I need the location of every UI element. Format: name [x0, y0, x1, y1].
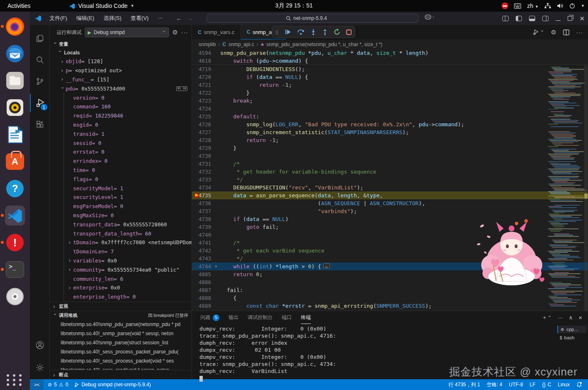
menu-view[interactable]: 查看(V) [127, 13, 152, 23]
system-menu-caret-icon[interactable]: ▼ [581, 4, 585, 8]
variable-row-tDomainLen[interactable]: tDomainLen = 7 [64, 247, 192, 256]
code-line-4733[interactable]: 4733 */ [192, 176, 588, 184]
copilot-button[interactable]: › [425, 15, 434, 20]
window-close-button[interactable]: ✕ [579, 15, 585, 22]
debug-config-dropdown[interactable]: ▶ Debug snmpd › [85, 27, 169, 37]
variable-row-transport_data_length[interactable]: transport_data_length = 60 [64, 229, 192, 238]
line-number[interactable]: 4594 [192, 50, 214, 56]
line-number[interactable]: 4724 [192, 105, 214, 112]
chevron-icon[interactable]: › [61, 59, 65, 64]
show-applications-button[interactable] [7, 374, 23, 386]
panel-tab-3[interactable]: 端口 [282, 311, 292, 324]
step-over-button[interactable] [297, 29, 305, 35]
do-not-disturb-icon[interactable] [502, 2, 508, 9]
code-line-4726[interactable]: 4726 snmp_log(LOG_ERR, "Bad PDU type rec… [192, 120, 588, 128]
code-line-4737[interactable]: 4737 "varbinds"); [192, 207, 588, 215]
variable-row-pdu[interactable]: ›pdu = 0x555555734d0001 10 [50, 84, 192, 93]
gutter[interactable] [214, 136, 220, 144]
indentation[interactable]: 空格: 4 [487, 381, 502, 388]
dock-terminal-icon[interactable]: >_ [5, 260, 25, 280]
stack-frame[interactable]: libnetsnmp.so.40!_sess_process_packet(vo… [50, 356, 192, 365]
gutter[interactable] [214, 199, 220, 207]
line-number[interactable]: 4885 [192, 271, 214, 277]
search-icon[interactable] [30, 51, 50, 69]
settings-gear-icon[interactable] [30, 358, 50, 377]
chevron-icon[interactable]: › [68, 240, 72, 245]
code-line-4729[interactable]: 4729 } [192, 144, 588, 152]
volume-icon[interactable] [557, 3, 563, 9]
gutter[interactable] [214, 57, 220, 65]
code-line-4594[interactable]: 4594snmp_pdu_parse(netsnmp_pdu *pdu, u_c… [192, 49, 588, 57]
gutter[interactable]: ▶ [214, 191, 220, 199]
gutter[interactable] [214, 207, 220, 215]
gutter[interactable]: › [214, 262, 220, 270]
code-line-4735[interactable]: 4735▶ data = asn_parse_sequence(data, le… [192, 191, 588, 199]
step-into-button[interactable] [310, 29, 316, 35]
window-restore-button[interactable] [568, 16, 572, 21]
eol-sequence[interactable]: LF [530, 382, 536, 388]
breadcrumb[interactable]: snmplib › C snmp_api.c › ◈ snmp_pdu_pars… [192, 39, 588, 49]
callstack-section-header[interactable]: › 调用堆栈 因 breakpoint 已暂停 [50, 311, 192, 320]
chevron-icon[interactable]: › [61, 68, 65, 74]
menu-edit[interactable]: 编辑(E) [73, 13, 98, 23]
code-line-4719[interactable]: 4719 DEBUGINDENTLESS(); [192, 65, 588, 73]
gutter[interactable] [214, 247, 220, 255]
code-line-4720[interactable]: 4720 if (data == NULL) { [192, 73, 588, 81]
code-line-4736[interactable]: 4736 (ASN_SEQUENCE | ASN_CONSTRUCTOR), [192, 199, 588, 207]
gutter[interactable] [214, 168, 220, 176]
variable-row-enterprise_length[interactable]: enterprise_length = 0 [64, 292, 192, 302]
code-line-4732[interactable]: 4732 * get header for variable-bindings … [192, 168, 588, 176]
line-number[interactable]: 4721 [192, 82, 214, 88]
line-number[interactable]: 4725 [192, 113, 214, 120]
close-panel-icon[interactable]: × [578, 314, 582, 321]
line-number[interactable]: 4742 [192, 248, 214, 254]
remote-indicator[interactable]: >< [30, 379, 44, 390]
line-number[interactable]: 4734 [192, 184, 214, 191]
chevron-icon[interactable]: › [61, 76, 65, 82]
code-line-4725[interactable]: 4725 default: [192, 113, 588, 120]
menu-selection[interactable]: 选择(S) [100, 13, 125, 23]
line-number[interactable]: 4887 [192, 287, 214, 293]
maximize-panel-icon[interactable]: ∧ [569, 314, 573, 321]
variable-row-variables[interactable]: ›variables = 0x0 [64, 256, 192, 265]
gutter[interactable] [214, 73, 220, 81]
line-number[interactable]: 4730 [192, 153, 214, 159]
stack-frame[interactable]: libnetsnmp.so.40!_sess_process_packet_pa… [50, 347, 192, 356]
variable-row-transport_data[interactable]: transport_data = 0x555555728060 [64, 220, 192, 229]
code-line-4722[interactable]: 4722 } [192, 89, 588, 97]
code-line-4887[interactable]: 4887 fail: [192, 286, 588, 294]
line-number[interactable]: 4731 [192, 161, 214, 167]
dock-rhythmbox-icon[interactable] [5, 98, 25, 118]
gutter[interactable] [214, 160, 220, 168]
toggle-panel-button[interactable] [529, 16, 535, 21]
variable-row-reqid[interactable]: reqid = 162259846 [64, 111, 192, 120]
chevron-icon[interactable]: › [60, 86, 66, 91]
variable-row-errindex[interactable]: errindex = 0 [64, 157, 192, 166]
stop-button[interactable] [346, 29, 352, 35]
run-and-debug-icon[interactable]: 1 [30, 94, 50, 112]
debug-more-actions-icon[interactable]: ··· [181, 29, 188, 36]
gutter[interactable] [214, 223, 220, 231]
focused-app-menu[interactable]: Visual Studio Code ▼ [69, 2, 134, 9]
gutter[interactable] [214, 81, 220, 89]
notifications-bell-icon[interactable] [576, 382, 582, 388]
code-line-4889[interactable]: 4889 const char *errstr = snmp_api_errst… [192, 302, 588, 310]
variable-row-securityModel[interactable]: securityModel = 1 [64, 184, 192, 193]
run-or-debug-button[interactable]: › [532, 29, 544, 36]
menu-file[interactable]: 文件(F) [46, 13, 71, 23]
dock-thunderbird-icon[interactable] [5, 44, 25, 64]
nav-forward-button[interactable]: → [187, 15, 193, 22]
line-number[interactable]: 4743 [192, 255, 214, 262]
os-indicator[interactable]: Linux [558, 382, 570, 388]
variable-row-p[interactable]: ›p = <optimized out> [50, 66, 192, 75]
code-line-4734[interactable]: 4734 DEBUGDUMPSECTION("recv", "VarBindLi… [192, 184, 588, 191]
power-icon[interactable] [569, 3, 575, 9]
line-number[interactable]: 4739 [192, 224, 214, 230]
debug-session-status[interactable]: Debug snmpd (net-snmp-5.9.4) [74, 382, 151, 388]
gutter[interactable] [214, 113, 220, 120]
keyboard-icon[interactable] [514, 3, 521, 9]
gutter[interactable] [214, 176, 220, 184]
variables-section-header[interactable]: › 变量 [50, 40, 192, 49]
code-line-4731[interactable]: 4731 /* [192, 160, 588, 168]
editor-scrollbar[interactable] [584, 49, 588, 311]
